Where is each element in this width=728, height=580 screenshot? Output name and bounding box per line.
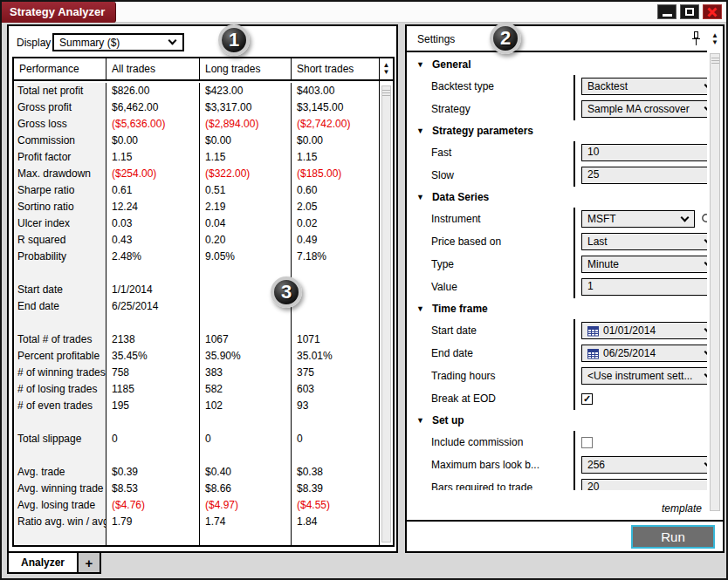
- type-dropdown[interactable]: Minute: [581, 256, 707, 273]
- maximum-bars-look-b-dropdown[interactable]: 256: [581, 456, 707, 474]
- price-based-on-dropdown[interactable]: Last: [581, 233, 707, 250]
- maximize-icon: [685, 8, 694, 16]
- maximize-button[interactable]: [680, 4, 699, 19]
- section-header-time-frame[interactable]: ▼Time frame: [407, 298, 707, 319]
- settings-panel: Settings ▼GeneralBacktest typeBacktestSt…: [405, 24, 725, 553]
- row-label: Sortino ratio: [14, 199, 106, 215]
- section-header-strategy-parameters[interactable]: ▼Strategy parameters: [407, 120, 707, 141]
- table-row[interactable]: Start date1/1/2014: [14, 282, 379, 298]
- section-header-general[interactable]: ▼General: [407, 54, 707, 75]
- table-row[interactable]: Max. drawdown($254.00)($322.00)($185.00): [14, 166, 379, 182]
- trading-hours-dropdown[interactable]: <Use instrument sett...: [581, 367, 707, 385]
- fast-field[interactable]: 10: [581, 144, 707, 161]
- table-row[interactable]: Total net profit$826.00$423.00$403.00: [14, 83, 379, 99]
- row-label: Avg. trade: [14, 464, 106, 481]
- table-row[interactable]: R squared0.430.200.49: [14, 232, 379, 249]
- run-button[interactable]: Run: [631, 525, 715, 549]
- pin-icon[interactable]: [692, 31, 700, 50]
- table-row[interactable]: Sharpe ratio0.610.510.60: [14, 182, 379, 199]
- end-date-label: End date: [431, 347, 573, 359]
- settings-row: InstrumentMSFT: [407, 208, 707, 230]
- value-field[interactable]: 1: [581, 278, 707, 296]
- table-scrollbar[interactable]: ▲ ▼: [379, 58, 393, 545]
- table-row[interactable]: # of winning trades758383375: [14, 365, 379, 381]
- table-row[interactable]: End date6/25/2014: [14, 298, 379, 315]
- column-header-all-trades[interactable]: All trades: [106, 58, 200, 79]
- table-row[interactable]: Total # of trades213810671071: [14, 331, 379, 348]
- bars-required-to-trade-field[interactable]: 20: [581, 479, 707, 490]
- section-header-set-up[interactable]: ▼Set up: [407, 410, 707, 431]
- backtest-type-dropdown[interactable]: Backtest: [581, 78, 707, 95]
- table-row[interactable]: [14, 315, 379, 331]
- table-row[interactable]: Avg. winning trade$8.53$8.66$8.39: [14, 481, 379, 497]
- table-cell-long-trades: 582: [200, 381, 292, 398]
- minimize-button[interactable]: [657, 4, 676, 19]
- row-label: Ulcer index: [14, 215, 106, 232]
- collapse-arrow-icon[interactable]: ▼: [416, 305, 424, 313]
- chevron-down-icon: [681, 213, 690, 222]
- check-icon: ✓: [583, 394, 591, 404]
- collapse-arrow-icon[interactable]: ▼: [416, 61, 424, 69]
- table-filler-row: [14, 530, 379, 545]
- strategy-dropdown[interactable]: Sample MA crossover: [581, 100, 707, 118]
- dropdown-value: 06/25/2014: [603, 347, 656, 359]
- control-cell: Sample MA crossover: [573, 98, 707, 120]
- table-row[interactable]: Percent profitable35.45%35.90%35.01%: [14, 348, 379, 365]
- table-cell-all-trades: 0: [106, 431, 200, 447]
- table-row[interactable]: Gross profit$6,462.00$3,317.00$3,145.00: [14, 99, 379, 116]
- section-title: General: [432, 58, 471, 71]
- collapse-arrow-icon[interactable]: ▼: [416, 417, 424, 425]
- table-row[interactable]: [14, 265, 379, 282]
- scroll-down-icon[interactable]: ▼: [711, 39, 718, 46]
- display-dropdown[interactable]: Summary ($): [52, 33, 184, 51]
- end-date-dropdown[interactable]: 06/25/2014: [581, 345, 707, 362]
- table-scrollbar-thumb[interactable]: [381, 85, 391, 542]
- section-header-data-series[interactable]: ▼Data Series: [407, 187, 707, 208]
- break-at-eod-checkbox[interactable]: ✓: [581, 393, 593, 405]
- start-date-dropdown[interactable]: 01/01/2014: [581, 322, 707, 339]
- table-row[interactable]: Total slippage000: [14, 431, 379, 447]
- table-row[interactable]: Ulcer index0.030.040.02: [14, 215, 379, 232]
- include-commission-checkbox[interactable]: [581, 437, 593, 448]
- table-row[interactable]: Avg. losing trade($4.76)($4.97)($4.55): [14, 497, 379, 514]
- table-row[interactable]: Ratio avg. win / avg. loss1.791.741.84: [14, 514, 379, 530]
- column-header-long-trades[interactable]: Long trades: [200, 58, 292, 79]
- panel-splitter[interactable]: [398, 24, 405, 553]
- scroll-down-icon[interactable]: ▼: [383, 69, 390, 76]
- add-tab-button[interactable]: +: [79, 553, 101, 574]
- table-row[interactable]: [14, 414, 379, 431]
- table-row[interactable]: # of even trades19510293: [14, 398, 379, 414]
- row-label: Start date: [14, 282, 106, 298]
- settings-row: Price based onLast: [407, 230, 707, 253]
- table-row[interactable]: Probability2.48%9.05%7.18%: [14, 249, 379, 265]
- table-row[interactable]: [14, 447, 379, 464]
- template-link[interactable]: template: [662, 502, 702, 515]
- table-row[interactable]: Gross loss($5,636.00)($2,894.00)($2,742.…: [14, 116, 379, 133]
- collapse-arrow-icon[interactable]: ▼: [416, 127, 424, 135]
- settings-scroll-arrows[interactable]: ▲ ▼: [708, 29, 722, 50]
- table-row[interactable]: Profit factor1.151.151.15: [14, 149, 379, 166]
- table-cell-all-trades: 1/1/2014: [106, 282, 200, 298]
- instrument-dropdown[interactable]: MSFT: [581, 210, 695, 228]
- table-row[interactable]: Commission$0.00$0.00$0.00: [14, 133, 379, 149]
- table-row[interactable]: # of losing trades1185582603: [14, 381, 379, 398]
- settings-scrollbar[interactable]: ▲ ▼: [708, 29, 722, 511]
- table-row[interactable]: Avg. trade$0.39$0.40$0.38: [14, 464, 379, 481]
- column-header-performance[interactable]: Performance: [14, 58, 106, 79]
- close-button[interactable]: [703, 4, 722, 19]
- collapse-arrow-icon[interactable]: ▼: [416, 194, 424, 201]
- chevron-down-icon: [704, 459, 707, 467]
- slow-field[interactable]: 25: [581, 167, 707, 184]
- table-cell-long-trades: 0.20: [200, 232, 292, 249]
- table-cell-short-trades: 35.01%: [292, 348, 379, 365]
- column-header-short-trades[interactable]: Short trades: [292, 58, 379, 79]
- table-cell-all-trades: ($4.76): [106, 497, 200, 514]
- backtest-type-label: Backtest type: [431, 80, 573, 92]
- control-cell: 256: [573, 454, 707, 476]
- settings-scrollbar-thumb[interactable]: [710, 53, 720, 511]
- table-cell-long-trades: $0.40: [200, 464, 292, 481]
- search-icon[interactable]: [701, 213, 707, 226]
- table-row[interactable]: Sortino ratio12.242.192.05: [14, 199, 379, 215]
- table-scroll-arrows[interactable]: ▲ ▼: [380, 58, 393, 81]
- tab-analyzer[interactable]: Analyzer: [7, 553, 79, 574]
